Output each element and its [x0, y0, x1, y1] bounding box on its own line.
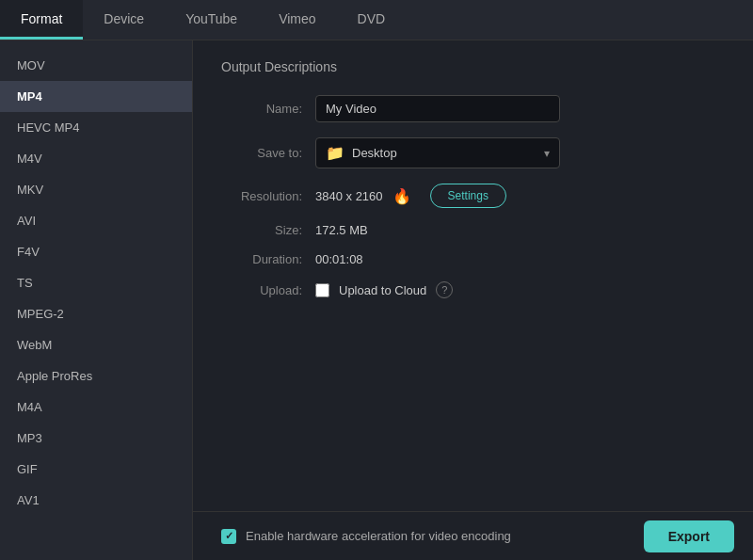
sidebar-item-av1[interactable]: AV1: [0, 485, 192, 516]
upload-to-cloud-label: Upload to Cloud: [339, 283, 426, 297]
resolution-value-container: 3840 x 2160 🔥 Settings: [315, 184, 725, 208]
tab-format[interactable]: Format: [0, 0, 83, 40]
sidebar-item-ts[interactable]: TS: [0, 267, 192, 298]
sidebar-item-mov[interactable]: MOV: [0, 50, 192, 81]
sidebar-item-mkv[interactable]: MKV: [0, 174, 192, 205]
tab-bar: Format Device YouTube Vimeo DVD: [0, 0, 753, 40]
name-input[interactable]: [315, 95, 560, 122]
sidebar-item-avi[interactable]: AVI: [0, 205, 192, 236]
sidebar-item-mpeg2[interactable]: MPEG-2: [0, 298, 192, 329]
upload-row: Upload: Upload to Cloud ?: [221, 281, 725, 298]
flame-icon: 🔥: [393, 187, 411, 205]
duration-value: 00:01:08: [315, 252, 725, 266]
content-area: Output Descriptions Name: Save to: 📁 Des…: [193, 40, 753, 560]
sidebar-item-apple-prores[interactable]: Apple ProRes: [0, 360, 192, 392]
save-to-row: Save to: 📁 Desktop ▾: [221, 137, 725, 168]
save-to-label: Save to:: [221, 146, 315, 160]
save-to-dropdown[interactable]: 📁 Desktop ▾: [315, 137, 560, 168]
name-row: Name:: [221, 95, 725, 122]
folder-icon: 📁: [326, 144, 344, 162]
tab-vimeo[interactable]: Vimeo: [258, 0, 336, 40]
sidebar-item-m4v[interactable]: M4V: [0, 143, 192, 174]
name-value-container: [315, 95, 725, 122]
size-row: Size: 172.5 MB: [221, 223, 725, 237]
upload-to-cloud-checkbox[interactable]: [315, 283, 329, 297]
sidebar-item-m4a[interactable]: M4A: [0, 392, 192, 423]
size-label: Size:: [221, 223, 315, 237]
help-icon[interactable]: ?: [436, 281, 453, 298]
tab-youtube[interactable]: YouTube: [165, 0, 258, 40]
resolution-value: 3840 x 2160: [315, 189, 383, 203]
main-layout: MOV MP4 HEVC MP4 M4V MKV AVI F4V TS MPEG…: [0, 40, 753, 560]
section-title: Output Descriptions: [221, 59, 725, 74]
tab-dvd[interactable]: DVD: [337, 0, 407, 40]
sidebar-item-f4v[interactable]: F4V: [0, 236, 192, 267]
hw-accel-label[interactable]: Enable hardware acceleration for video e…: [221, 529, 511, 544]
settings-button[interactable]: Settings: [430, 184, 506, 208]
output-descriptions: Name: Save to: 📁 Desktop ▾: [221, 95, 725, 298]
name-label: Name:: [221, 102, 315, 116]
sidebar: MOV MP4 HEVC MP4 M4V MKV AVI F4V TS MPEG…: [0, 40, 193, 560]
size-value: 172.5 MB: [315, 223, 725, 237]
export-button[interactable]: Export: [644, 520, 734, 552]
sidebar-item-mp3[interactable]: MP3: [0, 423, 192, 454]
bottom-bar: Enable hardware acceleration for video e…: [193, 511, 753, 560]
tab-device[interactable]: Device: [83, 0, 165, 40]
sidebar-item-hevc-mp4[interactable]: HEVC MP4: [0, 112, 192, 143]
sidebar-item-gif[interactable]: GIF: [0, 454, 192, 485]
hw-accel-checkbox[interactable]: [221, 529, 236, 544]
sidebar-item-webm[interactable]: WebM: [0, 329, 192, 360]
sidebar-item-mp4[interactable]: MP4: [0, 81, 192, 112]
upload-label: Upload:: [221, 283, 315, 297]
duration-label: Duration:: [221, 252, 315, 266]
resolution-row: Resolution: 3840 x 2160 🔥 Settings: [221, 184, 725, 208]
save-to-value-container: 📁 Desktop ▾: [315, 137, 725, 168]
chevron-down-icon: ▾: [544, 147, 550, 160]
duration-row: Duration: 00:01:08: [221, 252, 725, 266]
upload-value-container: Upload to Cloud ?: [315, 281, 725, 298]
save-to-folder-name: Desktop: [352, 146, 397, 160]
resolution-label: Resolution:: [221, 189, 315, 203]
